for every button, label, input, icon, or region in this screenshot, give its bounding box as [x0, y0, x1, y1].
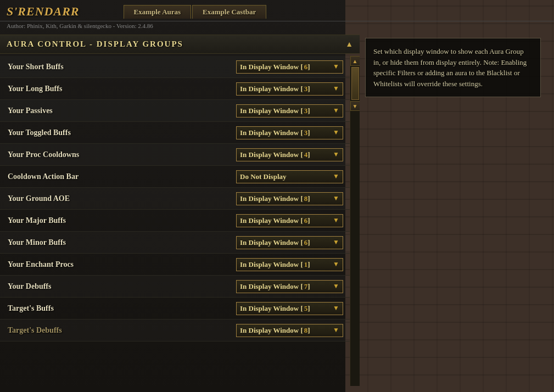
row-label-enchant-procs: Your Enchant Procs	[8, 260, 74, 269]
dropdown-arrow-short-buffs: ▼	[333, 63, 339, 71]
scrollbar-track: ▲ ▼	[350, 56, 360, 386]
dropdown-arrow-targets-debuffs: ▼	[333, 326, 339, 334]
display-row-short-buffs: Your Short BuffsIn Display Window [6]▼	[0, 56, 350, 78]
display-row-proc-cooldowns: Your Proc CooldownsIn Display Window [4]…	[0, 144, 350, 166]
dropdown-text-targets-buffs: In Display Window [5]	[240, 304, 310, 313]
dropdown-arrow-major-buffs: ▼	[333, 216, 339, 225]
row-label-ground-aoe: Your Ground AOE	[8, 194, 70, 203]
display-row-toggled-buffs: Your Toggled BuffsIn Display Window [3]▼	[0, 122, 350, 144]
display-row-targets-buffs: Target's BuffsIn Display Window [5]▼	[0, 298, 350, 320]
dropdown-text-cooldown-action-bar: Do Not Display	[240, 172, 287, 181]
left-panel: AURA CONTROL - DISPLAY GROUPS ▲ Your Sho…	[0, 32, 360, 386]
display-row-cooldown-action-bar: Cooldown Action BarDo Not Display▼	[0, 166, 350, 188]
info-text: Set which display window to show each Au…	[373, 47, 527, 88]
dropdown-arrow-minor-buffs: ▼	[333, 238, 339, 247]
row-label-proc-cooldowns: Your Proc Cooldowns	[8, 150, 79, 159]
scrollbar-down-button[interactable]: ▼	[350, 101, 360, 111]
display-row-passives: Your PassivesIn Display Window [3]▼	[0, 100, 350, 122]
tab-example-castbar[interactable]: Example Castbar	[192, 5, 266, 19]
row-label-long-buffs: Your Long Buffs	[8, 85, 62, 93]
dropdown-targets-debuffs[interactable]: In Display Window [8]▼	[236, 324, 343, 337]
dropdown-arrow-ground-aoe: ▼	[333, 194, 339, 203]
tab-bar: Example Auras Example Castbar	[124, 5, 267, 19]
dropdown-targets-buffs[interactable]: In Display Window [5]▼	[236, 302, 343, 315]
display-row-ground-aoe: Your Ground AOEIn Display Window [8]▼	[0, 188, 350, 210]
dropdown-arrow-proc-cooldowns: ▼	[333, 150, 339, 159]
dropdown-enchant-procs[interactable]: In Display Window [1]▼	[236, 258, 343, 271]
dropdown-arrow-toggled-buffs: ▼	[333, 128, 339, 137]
display-row-enchant-procs: Your Enchant ProcsIn Display Window [1]▼	[0, 254, 350, 276]
dropdown-passives[interactable]: In Display Window [3]▼	[236, 104, 343, 117]
row-label-toggled-buffs: Your Toggled Buffs	[8, 128, 71, 137]
display-row-debuffs: Your DebuffsIn Display Window [7]▼	[0, 276, 350, 298]
row-label-cooldown-action-bar: Cooldown Action Bar	[8, 172, 79, 181]
dropdown-proc-cooldowns[interactable]: In Display Window [4]▼	[236, 148, 343, 161]
dropdown-text-toggled-buffs: In Display Window [3]	[240, 128, 310, 137]
dropdown-long-buffs[interactable]: In Display Window [3]▼	[236, 82, 343, 96]
dropdown-text-minor-buffs: In Display Window [6]	[240, 238, 310, 247]
author-line: Author: Phinix, Kith, Garkin & silentgec…	[0, 21, 554, 32]
display-row-major-buffs: Your Major BuffsIn Display Window [6]▼	[0, 210, 350, 232]
display-row-targets-debuffs: Target's DebuffsIn Display Window [8]▼	[0, 320, 350, 341]
row-label-passives: Your Passives	[8, 107, 53, 115]
display-row-minor-buffs: Your Minor BuffsIn Display Window [6]▼	[0, 232, 350, 254]
scrollbar-thumb[interactable]	[351, 67, 359, 100]
dropdown-debuffs[interactable]: In Display Window [7]▼	[236, 280, 343, 293]
row-label-targets-debuffs: Target's Debuffs	[8, 326, 62, 335]
dropdown-short-buffs[interactable]: In Display Window [6]▼	[236, 60, 343, 74]
row-label-debuffs: Your Debuffs	[8, 282, 51, 291]
row-label-targets-buffs: Target's Buffs	[8, 304, 54, 313]
info-box: Set which display window to show each Au…	[365, 38, 541, 97]
dropdown-major-buffs[interactable]: In Display Window [6]▼	[236, 214, 343, 227]
dropdown-text-debuffs: In Display Window [7]	[240, 282, 310, 291]
row-label-minor-buffs: Your Minor Buffs	[8, 238, 66, 247]
scroll-container: Your Short BuffsIn Display Window [6]▼Yo…	[0, 56, 360, 386]
rows-wrapper: Your Short BuffsIn Display Window [6]▼Yo…	[0, 56, 350, 341]
scroll-up-arrow-top[interactable]: ▲	[345, 40, 353, 49]
row-label-short-buffs: Your Short Buffs	[8, 63, 64, 71]
dropdown-text-passives: In Display Window [3]	[240, 107, 310, 115]
dropdown-arrow-enchant-procs: ▼	[333, 260, 339, 268]
right-panel: Set which display window to show each Au…	[360, 32, 554, 386]
dropdown-arrow-cooldown-action-bar: ▼	[333, 172, 339, 181]
tab-example-auras[interactable]: Example Auras	[124, 5, 192, 19]
dropdown-text-proc-cooldowns: In Display Window [4]	[240, 150, 310, 159]
dropdown-text-short-buffs: In Display Window [6]	[240, 63, 310, 71]
row-label-major-buffs: Your Major Buffs	[8, 216, 66, 225]
dropdown-ground-aoe[interactable]: In Display Window [8]▼	[236, 192, 343, 205]
display-row-long-buffs: Your Long BuffsIn Display Window [3]▼	[0, 78, 350, 100]
dropdown-minor-buffs[interactable]: In Display Window [6]▼	[236, 236, 343, 249]
dropdown-arrow-debuffs: ▼	[333, 282, 339, 290]
dropdown-arrow-targets-buffs: ▼	[333, 304, 339, 312]
dropdown-arrow-passives: ▼	[333, 107, 339, 115]
dropdown-text-major-buffs: In Display Window [6]	[240, 216, 310, 225]
dropdown-toggled-buffs[interactable]: In Display Window [3]▼	[236, 126, 343, 139]
dropdown-text-ground-aoe: In Display Window [8]	[240, 194, 310, 203]
dropdown-text-long-buffs: In Display Window [3]	[240, 85, 310, 93]
dropdown-arrow-long-buffs: ▼	[333, 85, 339, 93]
scrollbar-up-button[interactable]: ▲	[350, 56, 360, 66]
app-title: S'RENDARR	[7, 4, 80, 19]
panel-title: AURA CONTROL - DISPLAY GROUPS	[7, 40, 183, 49]
dropdown-text-targets-debuffs: In Display Window [8]	[240, 326, 310, 335]
dropdown-text-enchant-procs: In Display Window [1]	[240, 260, 310, 269]
dropdown-cooldown-action-bar[interactable]: Do Not Display▼	[236, 170, 343, 183]
